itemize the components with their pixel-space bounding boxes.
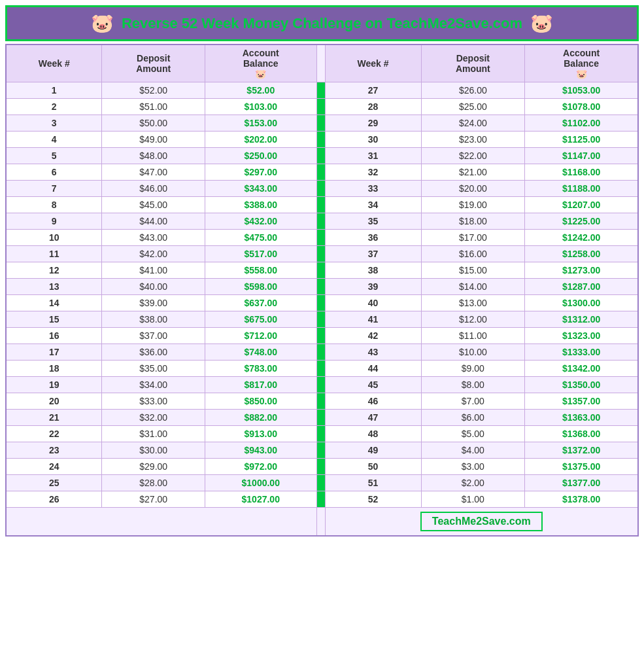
deposit-amount-right: $17.00 [421,230,525,246]
deposit-amount-left: $42.00 [102,246,205,262]
deposit-amount-right: $16.00 [421,246,525,262]
balance-amount-left: $675.00 [205,311,316,328]
balance-amount-left: $1027.00 [205,491,316,508]
week-num-left: 20 [6,393,102,410]
column-header-row: Week # DepositAmount AccountBalance🐷 Wee… [6,44,638,82]
page-header: 🐷 Reverse 52 Week Money Challenge on Tea… [5,5,639,41]
balance-amount-right: $1333.00 [525,344,638,361]
deposit-amount-left: $32.00 [102,410,205,426]
col-balance-left: AccountBalance🐷 [205,44,316,82]
balance-amount-left: $558.00 [205,262,316,279]
balance-amount-left: $882.00 [205,410,316,426]
table-row: 9$44.00$432.0035$18.00$1225.00 [6,213,638,230]
deposit-amount-right: $7.00 [421,393,525,410]
week-num-left: 9 [6,213,102,230]
week-num-left: 26 [6,491,102,508]
deposit-amount-right: $22.00 [421,148,525,164]
deposit-amount-left: $37.00 [102,328,205,344]
table-row: 11$42.00$517.0037$16.00$1258.00 [6,246,638,262]
table-row: 6$47.00$297.0032$21.00$1168.00 [6,164,638,181]
balance-amount-right: $1125.00 [525,132,638,148]
deposit-amount-left: $51.00 [102,99,205,115]
deposit-amount-left: $29.00 [102,459,205,475]
divider-cell [316,442,325,459]
week-num-right: 27 [325,82,421,99]
deposit-amount-left: $44.00 [102,213,205,230]
main-table: Week # DepositAmount AccountBalance🐷 Wee… [5,44,639,537]
divider-cell [316,311,325,328]
balance-amount-right: $1368.00 [525,426,638,442]
divider-cell [316,148,325,164]
deposit-amount-right: $19.00 [421,197,525,213]
week-num-right: 49 [325,442,421,459]
balance-amount-right: $1287.00 [525,279,638,295]
balance-amount-right: $1168.00 [525,164,638,181]
deposit-amount-right: $2.00 [421,475,525,491]
divider-cell [316,426,325,442]
deposit-amount-right: $10.00 [421,344,525,361]
balance-amount-left: $343.00 [205,181,316,197]
week-num-left: 23 [6,442,102,459]
week-num-left: 24 [6,459,102,475]
week-num-right: 44 [325,361,421,377]
table-row: 15$38.00$675.0041$12.00$1312.00 [6,311,638,328]
deposit-amount-right: $18.00 [421,213,525,230]
deposit-amount-left: $47.00 [102,164,205,181]
balance-amount-left: $202.00 [205,132,316,148]
balance-amount-left: $598.00 [205,279,316,295]
divider-cell [316,230,325,246]
table-row: 2$51.00$103.0028$25.00$1078.00 [6,99,638,115]
week-num-right: 32 [325,164,421,181]
deposit-amount-right: $26.00 [421,82,525,99]
week-num-right: 37 [325,246,421,262]
deposit-amount-left: $38.00 [102,311,205,328]
divider-cell [316,115,325,132]
week-num-right: 35 [325,213,421,230]
deposit-amount-right: $14.00 [421,279,525,295]
divider-cell [316,213,325,230]
week-num-left: 11 [6,246,102,262]
week-num-right: 47 [325,410,421,426]
balance-amount-right: $1273.00 [525,262,638,279]
week-num-right: 30 [325,132,421,148]
deposit-amount-left: $33.00 [102,393,205,410]
table-body: 1$52.00$52.0027$26.00$1053.002$51.00$103… [6,82,638,508]
website-label: TeachMe2Save.com [420,512,543,531]
week-num-left: 4 [6,132,102,148]
deposit-amount-left: $49.00 [102,132,205,148]
col-week-right: Week # [325,44,421,82]
divider-cell [316,377,325,393]
balance-amount-left: $913.00 [205,426,316,442]
balance-amount-left: $297.00 [205,164,316,181]
deposit-amount-right: $13.00 [421,295,525,311]
divider-cell [316,344,325,361]
week-num-right: 45 [325,377,421,393]
deposit-amount-right: $1.00 [421,491,525,508]
balance-amount-left: $388.00 [205,197,316,213]
balance-amount-right: $1378.00 [525,491,638,508]
divider-cell [316,459,325,475]
week-num-right: 41 [325,311,421,328]
balance-amount-right: $1258.00 [525,246,638,262]
divider-col [316,44,325,82]
table-row: 13$40.00$598.0039$14.00$1287.00 [6,279,638,295]
col-deposit-right: DepositAmount [421,44,525,82]
balance-amount-right: $1188.00 [525,181,638,197]
week-num-right: 31 [325,148,421,164]
balance-amount-left: $103.00 [205,99,316,115]
balance-amount-right: $1147.00 [525,148,638,164]
balance-amount-left: $153.00 [205,115,316,132]
balance-amount-left: $712.00 [205,328,316,344]
deposit-amount-left: $46.00 [102,181,205,197]
balance-amount-right: $1078.00 [525,99,638,115]
week-num-right: 34 [325,197,421,213]
divider-cell [316,132,325,148]
week-num-left: 10 [6,230,102,246]
balance-amount-left: $475.00 [205,230,316,246]
deposit-amount-right: $11.00 [421,328,525,344]
deposit-amount-right: $9.00 [421,361,525,377]
balance-amount-left: $517.00 [205,246,316,262]
week-num-left: 16 [6,328,102,344]
deposit-amount-right: $24.00 [421,115,525,132]
balance-amount-left: $817.00 [205,377,316,393]
